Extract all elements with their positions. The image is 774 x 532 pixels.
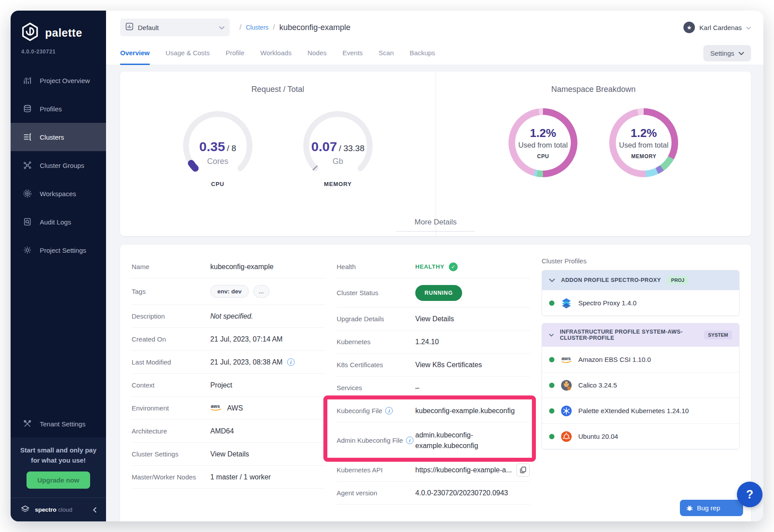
detail-row-nodes: Master/Worker Nodes 1 master / 1 worker [132, 466, 325, 489]
info-icon[interactable]: i [287, 358, 295, 366]
sidebar-item-clusters[interactable]: Clusters [11, 123, 106, 151]
help-button[interactable]: ? [737, 482, 763, 507]
tab-usage-costs[interactable]: Usage & Costs [166, 49, 210, 65]
sidebar-item-audit-logs[interactable]: Audit Logs [11, 208, 106, 236]
layers-stack-icon [23, 104, 32, 114]
kubeconfig-rows-group: Kubeconfig Filei kubeconfig-example.kube… [337, 399, 530, 459]
sidebar-footer: spectro cloud [11, 498, 106, 521]
health-status: HEALTHY [415, 263, 444, 270]
profile-pack-spectro-proxy[interactable]: Spectro Proxy 1.4.0 [542, 290, 739, 315]
breadcrumb: / Clusters / kubeconfig-example [239, 23, 350, 32]
details-column-middle: Health HEALTHY✓ Cluster Status RUNNING U… [337, 255, 530, 513]
sidebar-item-cluster-groups[interactable]: Cluster Groups [11, 151, 106, 179]
detail-row-agent-version: Agent version 4.0.0-230720/20230720.0943 [337, 482, 530, 505]
status-dot [549, 408, 554, 414]
gear-icon [23, 245, 32, 255]
sidebar: palette 4.0.0-230721 Project Overview Pr… [11, 11, 106, 521]
request-total-title: Request / Total [251, 85, 304, 94]
project-selector-value: Default [138, 24, 215, 31]
addon-profile-header[interactable]: ADDON PROFILE SPECTRO-PROXY PROJ [542, 270, 739, 290]
details-column-left: Name kubeconfig-example Tags env: dev ..… [132, 255, 325, 513]
info-icon[interactable]: i [406, 437, 414, 444]
upgrade-now-button[interactable]: Upgrade now [27, 471, 90, 489]
info-icon[interactable]: i [385, 407, 393, 414]
detail-row-description: Description Not specified. [132, 305, 325, 328]
detail-row-services: Services – [337, 376, 530, 399]
profile-pack-palette-extended-kubernetes[interactable]: Palette eXtended Kubernetes 1.24.10 [542, 398, 739, 423]
tab-scan[interactable]: Scan [379, 49, 394, 65]
view-k8s-certificates-link[interactable]: View K8s Certificates [415, 361, 482, 369]
sidebar-item-workspaces[interactable]: Workspaces [11, 179, 106, 208]
check-circle-icon: ✓ [449, 262, 458, 271]
breadcrumb-clusters-link[interactable]: Clusters [246, 24, 268, 31]
namespace-breakdown-title: Namespace Breakdown [551, 85, 636, 94]
project-selector[interactable]: Default [120, 19, 230, 36]
sidebar-spacer [11, 264, 106, 410]
tag-overflow-chip[interactable]: ... [253, 285, 269, 298]
tools-icon [23, 419, 32, 429]
chevron-down-icon [739, 52, 744, 55]
tab-backups[interactable]: Backups [410, 49, 435, 65]
footer-brand: spectro cloud [35, 506, 72, 513]
tab-profile[interactable]: Profile [226, 49, 245, 65]
palette-logo-icon [20, 22, 40, 43]
top-bar: Default / Clusters / kubeconfig-example … [106, 11, 763, 65]
cluster-profiles-title: Cluster Profiles [542, 257, 740, 265]
addon-profile-group: ADDON PROFILE SPECTRO-PROXY PROJ Spectro… [542, 270, 740, 316]
svg-text:aws: aws [562, 356, 571, 361]
copy-button[interactable] [516, 464, 530, 477]
user-menu[interactable]: Karl Cardenas [699, 24, 742, 31]
profile-pack-ubuntu[interactable]: Ubuntu 20.04 [542, 423, 739, 449]
detail-row-kubernetes: Kubernetes 1.24.10 [337, 331, 530, 353]
ubuntu-icon [560, 430, 573, 443]
admin-kubeconfig-file-link[interactable]: admin.kubeconfig-example.kubeconfig [415, 430, 509, 450]
upgrade-promo: Start small and only payfor what you use… [11, 437, 106, 498]
tab-nodes[interactable]: Nodes [307, 49, 326, 65]
breadcrumb-current: kubeconfig-example [279, 23, 350, 32]
network-nodes-icon [23, 160, 32, 170]
status-dot [549, 300, 554, 306]
running-status-badge: RUNNING [415, 285, 462, 301]
brand-name: palette [45, 27, 82, 39]
chevron-down-icon [219, 23, 224, 31]
system-badge: SYSTEM [704, 331, 732, 339]
sidebar-nav: Project Overview Profiles Clusters Clust… [11, 66, 106, 264]
detail-row-admin-kubeconfig-file: Admin Kubeconfig Filei admin.kubeconfig-… [337, 422, 530, 459]
settings-button[interactable]: Settings [703, 45, 751, 61]
status-star-icon[interactable]: ★ [683, 22, 695, 33]
chevron-down-icon[interactable] [746, 23, 751, 31]
sidebar-item-project-overview[interactable]: Project Overview [11, 66, 106, 95]
status-dot [549, 383, 554, 388]
tab-events[interactable]: Events [342, 49, 363, 65]
detail-row-upgrade-details: Upgrade Details View Details [337, 308, 530, 331]
detail-row-architecture: Architecture AMD64 [132, 420, 325, 443]
bug-report-button[interactable]: Bug rep [680, 500, 743, 516]
tab-workloads[interactable]: Workloads [260, 49, 292, 65]
tag-chip[interactable]: env: dev [210, 285, 249, 298]
aws-logo-icon: aws [210, 403, 223, 414]
document-search-icon [23, 217, 32, 227]
cluster-details-card: Name kubeconfig-example Tags env: dev ..… [120, 245, 751, 521]
view-details-link[interactable]: View Details [210, 450, 249, 458]
sidebar-item-profiles[interactable]: Profiles [11, 95, 106, 123]
aws-logo-icon: aws [560, 353, 573, 366]
upgrade-view-details-link[interactable]: View Details [415, 315, 454, 323]
app-version: 4.0.0-230721 [11, 47, 106, 55]
collapse-sidebar-icon[interactable] [92, 507, 98, 513]
svg-text:aws: aws [211, 403, 220, 409]
more-details-button[interactable]: More Details [396, 218, 475, 232]
cpu-donut-chart: 1.2% Used from total CPU [508, 108, 577, 177]
infrastructure-profile-header[interactable]: INFRASTRUCTURE PROFILE SYSTEM-AWS-CLUSTE… [542, 323, 739, 346]
tab-overview[interactable]: Overview [120, 49, 150, 65]
sidebar-item-project-settings[interactable]: Project Settings [11, 236, 106, 264]
spectro-cloud-logo-icon [19, 504, 31, 516]
profile-pack-amazon-ebs-csi[interactable]: aws Amazon EBS CSI 1.10.0 [542, 346, 739, 372]
page-content: Request / Total 0.35/ 8 Cores CPU [106, 65, 763, 521]
kubeconfig-file-link[interactable]: kubeconfig-example.kubeconfig [415, 407, 515, 415]
sidebar-item-tenant-settings[interactable]: Tenant Settings [11, 410, 106, 437]
detail-row-k8s-certificates: K8s Certificates View K8s Certificates [337, 353, 530, 376]
calico-icon [560, 379, 573, 391]
promo-text: Start small and only payfor what you use… [18, 445, 99, 465]
chevron-down-icon [549, 333, 554, 337]
profile-pack-calico[interactable]: Calico 3.24.5 [542, 372, 739, 398]
